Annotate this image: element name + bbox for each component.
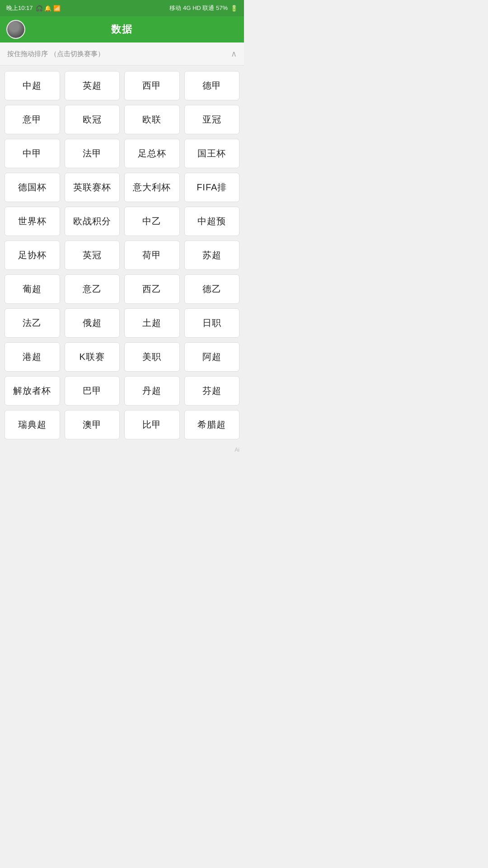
watermark-text: Ai [235,447,239,453]
league-item[interactable]: 葡超 [5,274,60,304]
watermark: Ai [0,445,244,455]
league-item[interactable]: 俄超 [65,308,120,338]
league-item[interactable]: 瑞典超 [5,410,60,439]
league-item[interactable]: 比甲 [124,410,180,439]
league-item[interactable]: 世界杯 [5,207,60,236]
league-item[interactable]: 阿超 [184,342,240,372]
league-item[interactable]: 土超 [124,308,180,338]
league-item[interactable]: 解放者杯 [5,376,60,406]
league-item[interactable]: 巴甲 [65,376,120,406]
league-item[interactable]: 中超 [5,71,60,100]
league-item[interactable]: 中乙 [124,207,180,236]
status-bar: 晚上10:17 🎧 🔔 📶 移动 4G HD 联通 57% 🔋 [0,0,244,16]
league-item[interactable]: 欧战积分 [65,207,120,236]
league-item[interactable]: 澳甲 [65,410,120,439]
league-item[interactable]: 中甲 [5,139,60,168]
league-item[interactable]: 西乙 [124,274,180,304]
league-item[interactable]: 德甲 [184,71,240,100]
chevron-up-icon[interactable]: ∧ [231,49,237,59]
league-item[interactable]: 苏超 [184,241,240,270]
sort-label-container: 按住拖动排序 （点击切换赛事） [7,49,104,58]
league-item[interactable]: FIFA排 [184,173,240,202]
league-item[interactable]: 欧联 [124,105,180,134]
league-item[interactable]: 荷甲 [124,241,180,270]
league-item[interactable]: 德国杯 [5,173,60,202]
status-time: 晚上10:17 [6,4,33,12]
league-item[interactable]: 法甲 [65,139,120,168]
league-item[interactable]: 美职 [124,342,180,372]
page-title: 数据 [111,23,133,36]
league-item[interactable]: 足总杯 [124,139,180,168]
league-item[interactable]: 芬超 [184,376,240,406]
avatar-image [7,21,24,38]
status-right: 移动 4G HD 联通 57% 🔋 [169,4,238,12]
league-item[interactable]: 中超预 [184,207,240,236]
league-item[interactable]: 意大利杯 [124,173,180,202]
status-left: 晚上10:17 🎧 🔔 📶 [6,4,61,12]
league-item[interactable]: 意甲 [5,105,60,134]
league-item[interactable]: K联赛 [65,342,120,372]
league-item[interactable]: 国王杯 [184,139,240,168]
league-item[interactable]: 希腊超 [184,410,240,439]
status-icons: 🎧 🔔 📶 [36,5,61,12]
league-item[interactable]: 德乙 [184,274,240,304]
league-item[interactable]: 丹超 [124,376,180,406]
sort-bar[interactable]: 按住拖动排序 （点击切换赛事） ∧ [0,42,244,66]
league-grid: 中超英超西甲德甲意甲欧冠欧联亚冠中甲法甲足总杯国王杯德国杯英联赛杯意大利杯FIF… [5,71,239,439]
league-item[interactable]: 港超 [5,342,60,372]
league-item[interactable]: 日职 [184,308,240,338]
status-carrier: 移动 4G HD 联通 57% [169,4,228,12]
league-item[interactable]: 足协杯 [5,241,60,270]
league-item[interactable]: 亚冠 [184,105,240,134]
battery-icon: 🔋 [230,5,238,12]
league-item[interactable]: 英超 [65,71,120,100]
league-item[interactable]: 法乙 [5,308,60,338]
avatar[interactable] [6,20,25,39]
app-header: 数据 [0,16,244,42]
league-item[interactable]: 英联赛杯 [65,173,120,202]
league-item[interactable]: 英冠 [65,241,120,270]
league-item[interactable]: 欧冠 [65,105,120,134]
league-item[interactable]: 西甲 [124,71,180,100]
league-item[interactable]: 意乙 [65,274,120,304]
sort-label: 按住拖动排序 （点击切换赛事） [7,49,104,58]
league-grid-container: 中超英超西甲德甲意甲欧冠欧联亚冠中甲法甲足总杯国王杯德国杯英联赛杯意大利杯FIF… [0,66,244,445]
